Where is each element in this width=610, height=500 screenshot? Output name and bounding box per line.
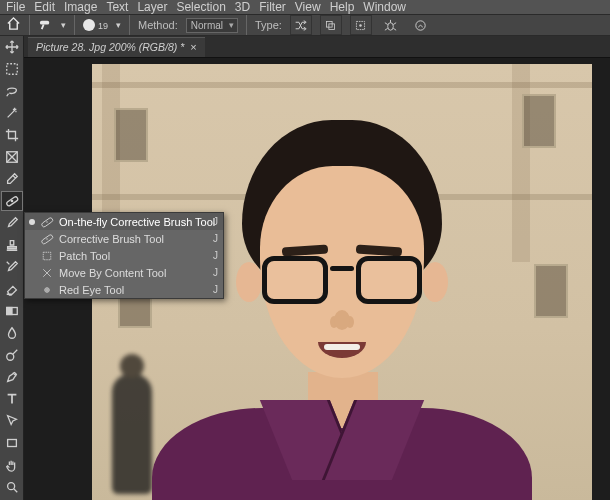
- tool-flyout-menu: On-the-fly Corrective Brush ToolJCorrect…: [24, 212, 224, 299]
- flyout-item[interactable]: Red Eye ToolJ: [25, 281, 223, 298]
- menu-3d[interactable]: 3D: [235, 0, 250, 14]
- magic-wand-tool[interactable]: [1, 103, 23, 123]
- brush-dot-icon: [83, 19, 95, 31]
- bandaid-icon: [40, 232, 54, 246]
- menu-help[interactable]: Help: [330, 0, 355, 14]
- pressure-icon[interactable]: [410, 15, 432, 35]
- svg-point-20: [46, 221, 47, 222]
- zoom-tool[interactable]: [1, 477, 23, 497]
- menu-layer[interactable]: Layer: [137, 0, 167, 14]
- clone-stamp-tool[interactable]: [1, 235, 23, 255]
- svg-rect-23: [43, 252, 51, 260]
- divider: [246, 15, 247, 35]
- frame-tool[interactable]: [1, 147, 23, 167]
- crop-tool[interactable]: [1, 125, 23, 145]
- lasso-tool[interactable]: [1, 81, 23, 101]
- eyedropper-tool[interactable]: [1, 169, 23, 189]
- gradient-tool[interactable]: [1, 301, 23, 321]
- svg-point-15: [7, 483, 14, 490]
- type-tool[interactable]: [1, 389, 23, 409]
- chevron-down-icon[interactable]: ▾: [116, 20, 121, 30]
- app-window: File Edit Image Text Layer Selection 3D …: [0, 0, 610, 500]
- svg-point-5: [388, 22, 394, 30]
- dodge-tool[interactable]: [1, 345, 23, 365]
- selected-dot-icon: [29, 219, 35, 225]
- menu-edit[interactable]: Edit: [34, 0, 55, 14]
- patch-icon: [40, 249, 54, 263]
- flyout-item[interactable]: Corrective Brush ToolJ: [25, 230, 223, 247]
- home-icon[interactable]: [6, 16, 21, 34]
- brush-size-value: 19: [98, 21, 108, 31]
- flyout-item-shortcut: J: [213, 216, 218, 227]
- method-value: Normal: [191, 20, 223, 31]
- flyout-item-label: Patch Tool: [59, 250, 110, 262]
- menu-selection[interactable]: Selection: [176, 0, 225, 14]
- healing-brush-tool[interactable]: [1, 191, 23, 211]
- eraser-tool[interactable]: [1, 279, 23, 299]
- document-tab[interactable]: Picture 28. Jpg 200% (RGB/8) * ×: [28, 37, 205, 57]
- chevron-down-icon[interactable]: ▾: [61, 20, 66, 30]
- flyout-item-shortcut: J: [213, 233, 218, 244]
- svg-rect-12: [6, 308, 11, 315]
- svg-rect-7: [6, 64, 17, 75]
- flyout-item-shortcut: J: [213, 284, 218, 295]
- menu-image[interactable]: Image: [64, 0, 97, 14]
- flyout-item[interactable]: Patch ToolJ: [25, 247, 223, 264]
- pen-tool[interactable]: [1, 367, 23, 387]
- subject-portrait: [162, 120, 522, 500]
- main-menubar: File Edit Image Text Layer Selection 3D …: [0, 0, 610, 14]
- svg-point-22: [46, 238, 47, 239]
- divider: [29, 15, 30, 35]
- svg-point-13: [6, 353, 13, 360]
- flyout-item-label: Move By Content Tool: [59, 267, 166, 279]
- tool-panel: [0, 36, 24, 500]
- method-select[interactable]: Normal: [186, 18, 238, 33]
- align-icon[interactable]: [350, 15, 372, 35]
- menu-window[interactable]: Window: [363, 0, 406, 14]
- tool-preset-icon[interactable]: [38, 17, 53, 34]
- flyout-item[interactable]: On-the-fly Corrective Brush ToolJ: [25, 213, 223, 230]
- flyout-item-label: Corrective Brush Tool: [59, 233, 164, 245]
- brush-preview[interactable]: 19: [83, 19, 108, 31]
- menu-filter[interactable]: Filter: [259, 0, 286, 14]
- divider: [74, 15, 75, 35]
- flyout-item[interactable]: Move By Content ToolJ: [25, 264, 223, 281]
- method-label: Method:: [138, 19, 178, 31]
- move-content-icon: [40, 266, 54, 280]
- shuffle-icon[interactable]: [290, 15, 312, 35]
- path-select-tool[interactable]: [1, 411, 23, 431]
- options-bar: ▾ 19 ▾ Method: Normal Type:: [0, 14, 610, 36]
- blur-tool[interactable]: [1, 323, 23, 343]
- brush-tool[interactable]: [1, 213, 23, 233]
- rectangle-tool[interactable]: [1, 433, 23, 453]
- bug-icon[interactable]: [380, 15, 402, 35]
- hand-tool[interactable]: [1, 455, 23, 475]
- document-tabstrip: Picture 28. Jpg 200% (RGB/8) * ×: [24, 36, 610, 58]
- svg-point-10: [11, 200, 12, 201]
- divider: [129, 15, 130, 35]
- history-brush-tool[interactable]: [1, 257, 23, 277]
- svg-point-4: [360, 24, 362, 26]
- svg-rect-0: [40, 20, 49, 24]
- sample-layers-icon[interactable]: [320, 15, 342, 35]
- flyout-item-label: On-the-fly Corrective Brush Tool: [59, 216, 215, 228]
- move-tool[interactable]: [1, 37, 23, 57]
- marquee-tool[interactable]: [1, 59, 23, 79]
- background-person: [112, 374, 152, 494]
- document-tab-title: Picture 28. Jpg 200% (RGB/8) *: [36, 41, 184, 53]
- menu-file[interactable]: File: [6, 0, 25, 14]
- menu-text[interactable]: Text: [106, 0, 128, 14]
- close-icon[interactable]: ×: [190, 41, 196, 53]
- bandaid-icon: [40, 215, 54, 229]
- main-area: Picture 28. Jpg 200% (RGB/8) * ×: [0, 36, 610, 500]
- menu-view[interactable]: View: [295, 0, 321, 14]
- flyout-item-label: Red Eye Tool: [59, 284, 124, 296]
- svg-rect-14: [7, 440, 16, 447]
- flyout-item-shortcut: J: [213, 267, 218, 278]
- red-eye-icon: [40, 283, 54, 297]
- type-label: Type:: [255, 19, 282, 31]
- flyout-item-shortcut: J: [213, 250, 218, 261]
